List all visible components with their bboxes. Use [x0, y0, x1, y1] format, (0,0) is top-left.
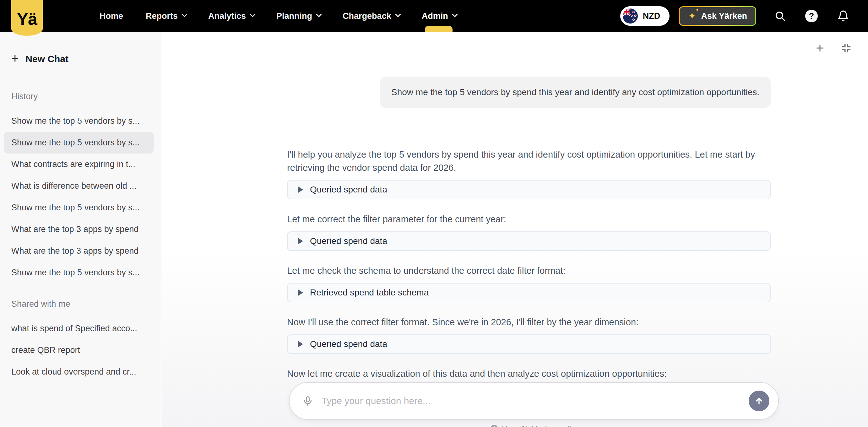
active-nav-indicator	[425, 26, 453, 32]
currency-code: NZD	[643, 11, 660, 21]
nav-home-label: Home	[99, 11, 123, 21]
nav-admin[interactable]: Admin	[422, 0, 456, 32]
plus-icon	[815, 43, 825, 53]
expand-triangle-icon	[298, 238, 303, 245]
assistant-step: Now I'll use the correct filter format. …	[287, 315, 771, 354]
nav-admin-label: Admin	[422, 11, 448, 21]
assistant-step: Let me correct the filter parameter for …	[287, 213, 771, 251]
assistant-step: I'll help you analyze the top 5 vendors …	[287, 148, 771, 200]
assistant-text: I'll help you analyze the top 5 vendors …	[287, 148, 771, 174]
history-item[interactable]: What are the top 3 apps by spend	[4, 218, 154, 240]
compress-icon	[841, 43, 852, 53]
history-section-label: History	[11, 92, 161, 101]
ai-disclaimer: i Uses AI. Verify results.	[289, 424, 779, 427]
header-actions: NZD ✦✦ Ask Yärken ?	[620, 0, 849, 32]
nav-home[interactable]: Home	[99, 0, 123, 32]
assistant-text: Now I'll use the correct filter format. …	[287, 315, 771, 329]
new-conversation-button[interactable]	[815, 43, 825, 53]
tool-call-expander[interactable]: Retrieved spend table schema	[287, 283, 771, 302]
nav-chargeback-label: Chargeback	[343, 11, 391, 21]
history-item[interactable]: Show me the top 5 vendors by s...	[4, 262, 154, 283]
nav-reports[interactable]: Reports	[146, 0, 186, 32]
tool-call-expander[interactable]: Queried spend data	[287, 180, 771, 200]
shared-item[interactable]: what is spend of Specified acco...	[4, 318, 154, 339]
assistant-step: Now let me create a visualization of thi…	[287, 367, 771, 380]
expand-triangle-icon	[298, 289, 303, 296]
message-composer	[289, 382, 779, 420]
tool-call-label: Retrieved spend table schema	[310, 287, 429, 298]
chevron-down-icon	[250, 11, 255, 17]
shared-item[interactable]: Look at cloud overspend and cr...	[4, 361, 154, 383]
chat-panel: Show me the top 5 vendors by spend this …	[162, 32, 868, 427]
app-window: Home Reports Analytics Planning Chargeba…	[0, 0, 868, 427]
notifications-button[interactable]	[837, 10, 849, 22]
history-item[interactable]: Show me the top 5 vendors by s...	[4, 110, 154, 132]
chevron-down-icon	[316, 11, 321, 17]
ask-yarken-button[interactable]: ✦✦ Ask Yärken	[679, 6, 756, 26]
tool-call-label: Queried spend data	[310, 339, 387, 349]
history-item[interactable]: What is difference between old ...	[4, 175, 154, 197]
main-nav: Home Reports Analytics Planning Chargeba…	[99, 0, 456, 32]
user-message: Show me the top 5 vendors by spend this …	[380, 77, 771, 108]
nav-reports-label: Reports	[146, 11, 178, 21]
chevron-down-icon	[182, 11, 187, 17]
ask-yarken-label: Ask Yärken	[701, 11, 747, 21]
nav-planning-label: Planning	[276, 11, 312, 21]
help-button[interactable]: ?	[805, 10, 818, 22]
plus-icon: +	[11, 52, 19, 65]
nav-analytics-label: Analytics	[208, 11, 246, 21]
assistant-step: Let me check the schema to understand th…	[287, 264, 771, 302]
shared-section-label: Shared with me	[11, 299, 161, 309]
tool-call-expander[interactable]: Queried spend data	[287, 232, 771, 251]
nav-analytics[interactable]: Analytics	[208, 0, 254, 32]
app-logo[interactable]: Yä	[11, 0, 43, 36]
search-button[interactable]	[774, 10, 786, 22]
new-chat-button[interactable]: + New Chat	[11, 51, 161, 67]
history-item[interactable]: What contracts are expiring in t...	[4, 154, 154, 175]
shared-item[interactable]: create QBR report	[4, 339, 154, 361]
help-icon: ?	[805, 10, 818, 22]
sparkles-icon: ✦✦	[688, 11, 696, 21]
bell-icon	[837, 10, 849, 22]
search-icon	[774, 10, 786, 22]
history-item[interactable]: What are the top 3 apps by spend	[4, 240, 154, 262]
currency-selector[interactable]: NZD	[620, 6, 670, 26]
tool-call-label: Queried spend data	[310, 236, 387, 246]
microphone-icon[interactable]	[302, 395, 313, 406]
assistant-text: Let me correct the filter parameter for …	[287, 213, 771, 226]
expand-triangle-icon	[298, 341, 303, 347]
chevron-down-icon	[395, 11, 401, 17]
nz-flag-icon	[623, 8, 638, 24]
assistant-text: Let me check the schema to understand th…	[287, 264, 771, 277]
assistant-text: Now let me create a visualization of thi…	[287, 367, 771, 380]
history-item[interactable]: Show me the top 5 vendors by s...	[4, 197, 154, 218]
question-input[interactable]	[321, 396, 749, 406]
history-item-active[interactable]: Show me the top 5 vendors by s...	[4, 132, 154, 154]
send-button[interactable]	[749, 391, 769, 411]
nav-chargeback[interactable]: Chargeback	[343, 0, 399, 32]
info-icon: i	[491, 425, 498, 427]
tool-call-label: Queried spend data	[310, 185, 387, 195]
expand-triangle-icon	[298, 186, 303, 193]
chat-sidebar: + New Chat History Show me the top 5 ven…	[0, 32, 161, 427]
logo-text: Yä	[17, 9, 37, 29]
collapse-panel-button[interactable]	[841, 43, 852, 53]
top-nav-bar: Home Reports Analytics Planning Chargeba…	[0, 0, 868, 32]
new-chat-label: New Chat	[25, 54, 68, 64]
tool-call-expander[interactable]: Queried spend data	[287, 334, 771, 354]
nav-planning[interactable]: Planning	[276, 0, 320, 32]
disclaimer-text: Uses AI. Verify results.	[502, 424, 577, 427]
up-arrow-icon	[754, 396, 764, 406]
chevron-down-icon	[452, 11, 458, 17]
conversation: Show me the top 5 vendors by spend this …	[287, 32, 771, 386]
